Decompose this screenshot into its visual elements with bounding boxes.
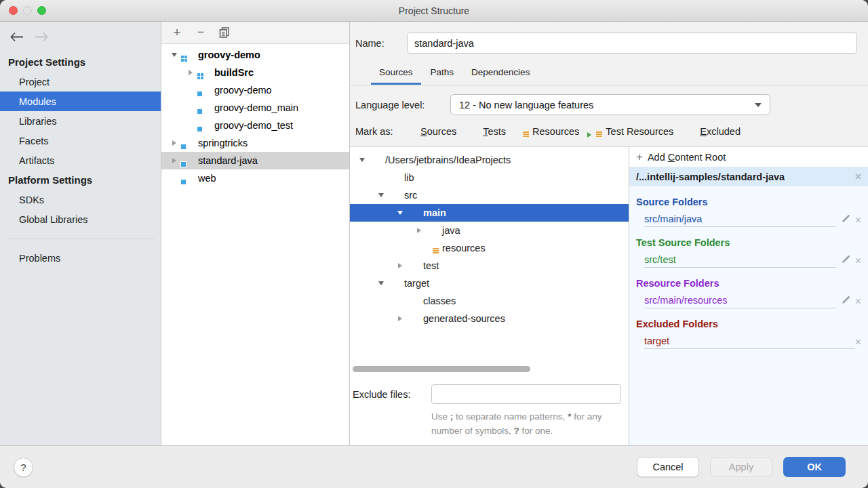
forward-arrow-icon xyxy=(34,32,49,46)
sidebar-item-sdks[interactable]: SDKs xyxy=(0,190,161,209)
tree-row-main[interactable]: main xyxy=(350,204,629,222)
language-level-dropdown[interactable]: 12 - No new language features xyxy=(450,94,770,115)
sidebar-item-problems[interactable]: Problems xyxy=(0,248,161,268)
expand-arrow-icon[interactable] xyxy=(412,228,426,233)
excluded-folder-row[interactable]: target xyxy=(644,332,861,349)
mark-as-test-resources[interactable]: Test Resources xyxy=(589,126,673,137)
exclude-files-input[interactable] xyxy=(431,384,621,404)
tree-row-classes[interactable]: classes xyxy=(350,292,629,310)
tab-sources[interactable]: Sources xyxy=(370,62,422,85)
tab-paths[interactable]: Paths xyxy=(422,62,463,85)
project-settings-header: Project Settings xyxy=(0,52,161,72)
folder-icon xyxy=(388,173,399,182)
remove-folder-icon[interactable] xyxy=(855,256,861,266)
resource-folders-group: Resource Folders src/main/resources xyxy=(629,275,868,308)
back-arrow-icon[interactable] xyxy=(9,32,24,46)
copy-icon[interactable] xyxy=(219,27,230,38)
sidebar-item-global-libraries[interactable]: Global Libraries xyxy=(0,209,161,229)
module-folder-icon xyxy=(198,103,210,113)
horizontal-scrollbar[interactable] xyxy=(353,366,530,372)
tree-row-java[interactable]: java xyxy=(350,222,629,239)
excluded-folder-icon xyxy=(407,296,418,306)
tree-row-root[interactable]: /Users/jetbrains/IdeaProjects xyxy=(350,151,629,169)
folder-icon xyxy=(388,190,399,200)
tree-row-test[interactable]: test xyxy=(350,257,629,274)
module-row-buildsrc[interactable]: buildSrc xyxy=(161,64,349,81)
content-tree: /Users/jetbrains/IdeaProjects lib src xyxy=(350,147,629,365)
tree-row-target[interactable]: target xyxy=(350,274,629,292)
edit-pencil-icon[interactable] xyxy=(842,296,850,306)
folder-icon xyxy=(407,208,418,218)
tree-row-resources[interactable]: resources xyxy=(350,239,629,257)
plus-icon[interactable] xyxy=(172,27,182,38)
platform-settings-header: Platform Settings xyxy=(0,170,161,190)
chevron-down-icon xyxy=(755,103,762,107)
collapse-arrow-icon[interactable] xyxy=(374,193,388,197)
collapse-arrow-icon[interactable] xyxy=(355,158,369,162)
sidebar-divider xyxy=(7,239,154,239)
sidebar-item-facets[interactable]: Facets xyxy=(0,131,161,150)
collapse-arrow-icon[interactable] xyxy=(393,211,407,215)
expand-arrow-icon[interactable] xyxy=(393,316,407,321)
close-button[interactable] xyxy=(9,6,18,15)
module-row-groovy-demo[interactable]: groovy-demo xyxy=(161,81,349,99)
module-name-input[interactable] xyxy=(407,33,857,54)
module-row-web[interactable]: web xyxy=(161,169,349,187)
expand-arrow-icon[interactable] xyxy=(167,158,182,163)
cancel-button[interactable]: Cancel xyxy=(637,457,699,477)
tree-row-lib[interactable]: lib xyxy=(350,169,629,186)
module-row-springtricks[interactable]: springtricks xyxy=(161,134,349,152)
module-row-groovy-demo-main[interactable]: groovy-demo_main xyxy=(161,99,349,117)
folder-icon xyxy=(369,155,380,165)
test-folder-icon xyxy=(407,261,418,270)
tree-row-generated-sources[interactable]: generated-sources xyxy=(350,310,629,327)
edit-pencil-icon[interactable] xyxy=(842,214,850,225)
gradle-module-folder-icon xyxy=(182,50,193,60)
excluded-folder-icon xyxy=(388,279,399,288)
module-folder-icon xyxy=(198,121,210,130)
remove-folder-icon[interactable] xyxy=(855,215,861,226)
expand-arrow-icon[interactable] xyxy=(183,70,198,75)
excluded-folders-group: Excluded Folders target xyxy=(629,316,868,349)
collapse-arrow-icon[interactable] xyxy=(374,281,388,285)
resource-folders-header: Resource Folders xyxy=(629,275,868,291)
content-roots-panel: Add Content Root /...intellij-samples/st… xyxy=(629,147,868,445)
mark-as-resources[interactable]: Resources xyxy=(516,126,579,137)
sidebar-item-libraries[interactable]: Libraries xyxy=(0,111,161,131)
dialog-footer: ? Cancel Apply OK xyxy=(0,445,868,488)
tree-row-src[interactable]: src xyxy=(350,186,629,204)
gradle-module-folder-icon xyxy=(198,68,210,77)
source-folder-row[interactable]: src/main/java xyxy=(644,210,861,227)
mark-as-tests[interactable]: Tests xyxy=(467,126,506,137)
zoom-button[interactable] xyxy=(37,6,46,15)
remove-folder-icon[interactable] xyxy=(855,337,861,348)
sidebar-item-artifacts[interactable]: Artifacts xyxy=(0,150,161,170)
module-row-standard-java[interactable]: standard-java xyxy=(161,152,349,169)
question-mark-icon: ? xyxy=(20,462,26,473)
tab-dependencies[interactable]: Dependencies xyxy=(462,62,538,85)
expand-arrow-icon[interactable] xyxy=(393,263,407,268)
resource-folder-row[interactable]: src/main/resources xyxy=(644,291,861,308)
test-source-folders-group: Test Source Folders src/test xyxy=(629,235,868,268)
help-button[interactable]: ? xyxy=(14,458,33,477)
content-root-row[interactable]: /...intellij-samples/standard-java xyxy=(629,167,868,186)
minus-icon[interactable] xyxy=(195,27,206,38)
expand-arrow-icon[interactable] xyxy=(167,140,182,146)
mark-as-sources[interactable]: Sources xyxy=(404,126,456,137)
collapse-arrow-icon[interactable] xyxy=(167,53,182,57)
remove-folder-icon[interactable] xyxy=(855,296,861,307)
mark-as-excluded[interactable]: Excluded xyxy=(684,126,741,137)
test-source-folder-row[interactable]: src/test xyxy=(644,251,861,268)
edit-pencil-icon[interactable] xyxy=(842,255,850,266)
module-row-groovy-demo-root[interactable]: groovy-demo xyxy=(161,46,349,64)
add-content-root-button[interactable]: Add Content Root xyxy=(629,147,868,167)
ok-button[interactable]: OK xyxy=(783,457,846,477)
module-folder-icon xyxy=(198,85,210,95)
sidebar-item-project[interactable]: Project xyxy=(0,72,161,92)
module-row-groovy-demo-test[interactable]: groovy-demo_test xyxy=(161,117,349,134)
remove-content-root-icon[interactable] xyxy=(855,171,861,182)
traffic-lights xyxy=(9,0,46,21)
minimize-button[interactable] xyxy=(23,6,32,15)
sidebar-item-modules[interactable]: Modules xyxy=(0,92,161,111)
language-level-label: Language level: xyxy=(355,100,450,110)
